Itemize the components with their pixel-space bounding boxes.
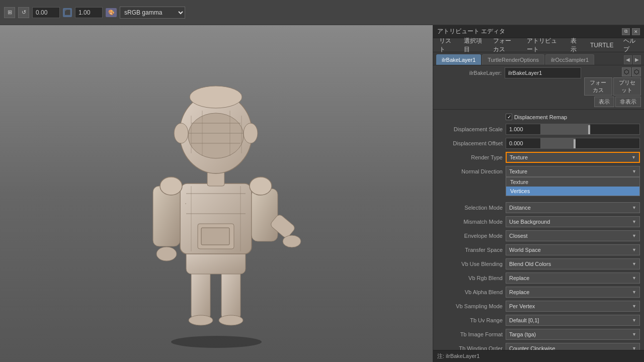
panel-float-btn[interactable]: ⧉ — [622, 28, 630, 35]
mismatch-mode-dropdown[interactable]: Use Background ▼ — [506, 216, 640, 227]
render-type-dropdown[interactable]: Texture ▼ — [506, 152, 640, 163]
tb-uv-range-arrow: ▼ — [632, 318, 636, 323]
toolbar-num2[interactable]: 1.00 — [75, 7, 103, 18]
vb-alpha-blend-label: Vb Alpha Blend — [437, 289, 503, 295]
main-area: アトリビュート エディタ ⧉ ✕ リスト 選択項目 フォーカス アトリビュート … — [0, 25, 644, 362]
vb-sampling-mode-label: Vb Sampling Mode — [437, 303, 503, 309]
svg-point-0 — [171, 336, 262, 348]
expand-btn-2[interactable]: ⬡ — [632, 67, 641, 76]
menu-turtle[interactable]: TURTLE — [588, 41, 615, 50]
tb-uv-range-row: Tb Uv Range Default [0,1] ▼ — [433, 313, 644, 327]
tb-image-format-value: Targa (tga) — [509, 331, 536, 337]
displacement-scale-label: Displacement Scale — [437, 126, 503, 132]
nodisplay-button[interactable]: 非表示 — [615, 97, 641, 107]
normal-direction-dropdown[interactable]: Texture ▼ — [506, 166, 640, 177]
transfer-space-row: Transfer Space World Space ▼ — [433, 243, 644, 257]
displacement-scale-input[interactable] — [506, 124, 541, 135]
vb-use-blending-label: Vb Use Blending — [437, 261, 503, 267]
menu-attribute[interactable]: アトリビュート — [525, 36, 562, 55]
vb-use-blending-value: Blend Old Colors — [509, 261, 551, 267]
reset-button[interactable]: プリセット — [613, 77, 641, 96]
tb-winding-order-value: Counter Clockwise — [509, 345, 555, 350]
render-type-label: Render Type — [437, 154, 503, 160]
svg-rect-16 — [252, 189, 278, 241]
selection-mode-value: Distance — [509, 205, 531, 211]
selection-mode-dropdown[interactable]: Distance ▼ — [506, 202, 640, 213]
normal-direction-label: Normal Direction — [437, 168, 503, 174]
vb-use-blending-dropdown[interactable]: Blend Old Colors ▼ — [506, 258, 640, 269]
tab-next-arrow[interactable]: ▶ — [633, 55, 641, 64]
envelope-mode-arrow: ▼ — [632, 233, 636, 238]
normal-dir-option-vertices[interactable]: Vertices — [506, 187, 639, 196]
viewport[interactable] — [0, 25, 433, 362]
side-buttons: ⬡ ⬡ フォーカス プリセット 表示 非表示 — [584, 67, 641, 107]
normal-dir-option-texture[interactable]: Texture — [506, 177, 639, 187]
envelope-mode-label: Envelope Mode — [437, 233, 503, 239]
transfer-space-arrow: ▼ — [632, 247, 636, 252]
tb-image-format-dropdown[interactable]: Targa (tga) ▼ — [506, 329, 640, 340]
transfer-space-dropdown[interactable]: World Space ▼ — [506, 244, 640, 255]
menu-display[interactable]: 表示 — [569, 36, 582, 55]
tb-uv-range-value: Default [0,1] — [509, 317, 539, 323]
tab-turtlerenderoptions[interactable]: TurtleRenderOptions — [482, 54, 544, 65]
svg-point-23 — [188, 113, 244, 158]
render-type-row: Render Type Texture ▼ — [433, 150, 644, 164]
svg-rect-2 — [221, 269, 240, 319]
displacement-offset-input-area — [506, 138, 640, 149]
tab-ilroccsampler1[interactable]: ilrOccSampler1 — [545, 54, 594, 65]
bake-layer-input[interactable] — [505, 67, 581, 78]
display-button[interactable]: 表示 — [594, 97, 614, 107]
toolbar-icon-1[interactable]: ⊞ — [4, 7, 15, 18]
tb-image-format-arrow: ▼ — [632, 332, 636, 337]
displacement-offset-row: Displacement Offset — [433, 136, 644, 150]
displacement-offset-slider[interactable] — [541, 138, 640, 149]
vb-rgb-blend-dropdown[interactable]: Replace ▼ — [506, 273, 640, 284]
envelope-mode-dropdown[interactable]: Closest ▼ — [506, 230, 640, 241]
tab-prev-arrow[interactable]: ◀ — [624, 55, 632, 64]
selection-mode-label: Selection Mode — [437, 205, 503, 211]
transfer-space-value: World Space — [509, 247, 541, 253]
displacement-remap-row: ✓ Displacement Remap — [433, 112, 644, 122]
menu-help[interactable]: ヘルプ — [621, 36, 640, 55]
panel-close-btn[interactable]: ✕ — [632, 28, 640, 35]
transfer-space-label: Transfer Space — [437, 247, 503, 253]
displacement-scale-slider[interactable] — [541, 124, 640, 135]
render-type-arrow: ▼ — [631, 155, 636, 160]
focus-button[interactable]: フォーカス — [584, 77, 612, 96]
attribute-editor-panel: アトリビュート エディタ ⧉ ✕ リスト 選択項目 フォーカス アトリビュート … — [433, 25, 644, 362]
toolbar-num1[interactable]: 0.00 — [32, 7, 60, 18]
menu-select[interactable]: 選択項目 — [462, 36, 485, 55]
toolbar: ⊞ ↺ 0.00 ⬛ 1.00 🎨 sRGB gamma — [0, 0, 644, 25]
vb-rgb-blend-row: Vb Rgb Blend Replace ▼ — [433, 271, 644, 285]
status-text: 注: ilrBakeLayer1 — [437, 352, 479, 360]
expand-btn-1[interactable]: ⬡ — [622, 67, 631, 76]
tab-ilrbakelayer1[interactable]: ilrBakeLayer1 — [436, 54, 481, 65]
colorspace-select[interactable]: sRGB gamma — [120, 7, 185, 19]
displacement-remap-label: Displacement Remap — [514, 114, 567, 120]
mismatch-mode-arrow: ▼ — [632, 219, 636, 224]
tb-winding-order-arrow: ▼ — [632, 346, 636, 350]
robot-model — [121, 38, 312, 349]
toolbar-icon-2[interactable]: ↺ — [18, 7, 29, 18]
menu-focus[interactable]: フォーカス — [491, 36, 519, 55]
svg-point-19 — [160, 177, 182, 195]
vb-sampling-mode-dropdown[interactable]: Per Vertex ▼ — [506, 301, 640, 312]
svg-point-29 — [174, 123, 188, 143]
tb-uv-range-label: Tb Uv Range — [437, 317, 503, 323]
displacement-scale-row: Displacement Scale — [433, 122, 644, 136]
displacement-offset-input[interactable] — [506, 138, 541, 149]
mismatch-mode-row: Mismatch Mode Use Background ▼ — [433, 215, 644, 229]
vb-alpha-blend-value: Replace — [509, 289, 529, 295]
displacement-remap-checkbox[interactable]: ✓ — [506, 114, 512, 120]
menu-bar: リスト 選択項目 フォーカス アトリビュート 表示 TURTLE ヘルプ — [433, 38, 644, 52]
normal-direction-value: Texture — [509, 168, 527, 174]
menu-list[interactable]: リスト — [437, 36, 456, 55]
vb-alpha-blend-dropdown[interactable]: Replace ▼ — [506, 287, 640, 298]
status-bar: 注: ilrBakeLayer1 — [433, 350, 644, 362]
tb-uv-range-dropdown[interactable]: Default [0,1] ▼ — [506, 315, 640, 326]
tb-winding-order-row: Tb Winding Order Counter Clockwise ▼ — [433, 341, 644, 350]
vb-rgb-blend-arrow: ▼ — [632, 276, 636, 281]
toolbar-colorspace-icon: 🎨 — [106, 8, 117, 17]
displacement-offset-label: Displacement Offset — [437, 140, 503, 146]
tb-winding-order-dropdown[interactable]: Counter Clockwise ▼ — [506, 343, 640, 350]
